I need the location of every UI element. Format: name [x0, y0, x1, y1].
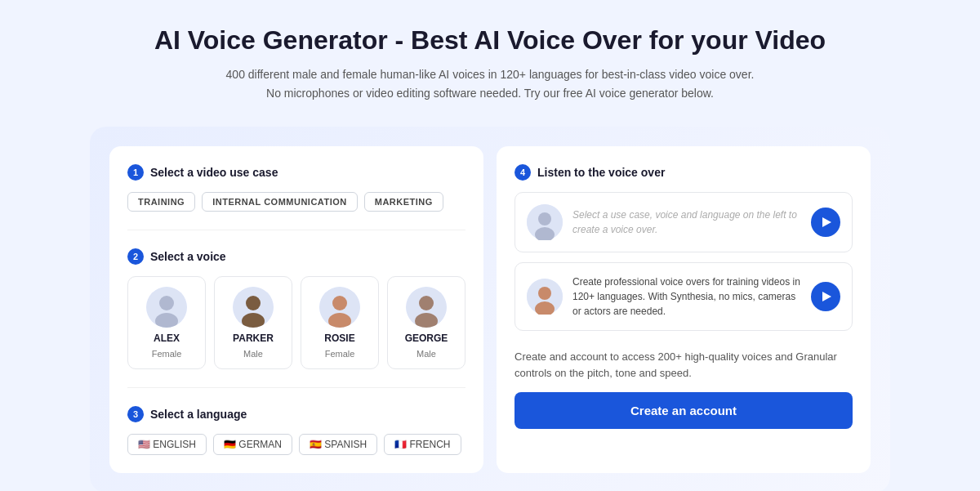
language-tags: 🇺🇸 ENGLISH 🇩🇪 GERMAN 🇪🇸 SPANISH 🇫🇷 FRENC…	[127, 434, 466, 455]
step3-header: 3 Select a language	[127, 406, 466, 422]
step3-title: Select a language	[150, 408, 247, 421]
svg-point-7	[332, 296, 347, 310]
alex-gender: Female	[152, 349, 182, 359]
svg-point-10	[419, 296, 434, 310]
step1-title: Select a video use case	[150, 166, 278, 179]
george-avatar	[406, 287, 447, 328]
parker-name: PARKER	[233, 333, 274, 344]
page-title: AI Voice Generator - Best AI Voice Over …	[154, 25, 826, 56]
voice-george[interactable]: GEORGE Male	[387, 276, 466, 369]
svg-point-4	[246, 296, 261, 310]
step1-section: 1 Select a video use case TRAINING INTER…	[127, 164, 466, 212]
voice-alex[interactable]: ALEX Female	[127, 276, 206, 369]
tag-internal[interactable]: INTERNAL COMMUNICATION	[202, 192, 358, 212]
step1-number: 1	[127, 164, 144, 181]
use-case-tags: TRAINING INTERNAL COMMUNICATION MARKETIN…	[127, 192, 466, 212]
tag-marketing[interactable]: MARKETING	[364, 192, 443, 212]
left-panel: 1 Select a video use case TRAINING INTER…	[109, 146, 483, 473]
alex-name: ALEX	[154, 333, 180, 344]
play-button-2[interactable]	[811, 282, 840, 311]
lang-french[interactable]: 🇫🇷 FRENCH	[384, 434, 461, 455]
svg-point-1	[159, 296, 174, 310]
step4-section: 4 Listen to the voice over Select a use …	[514, 164, 853, 331]
svg-point-13	[538, 212, 551, 225]
demo-container: 1 Select a video use case TRAINING INTER…	[90, 127, 890, 491]
page-subtitle: 400 different male and female human-like…	[226, 65, 755, 102]
listen-card-2: Create professional voice overs for trai…	[514, 262, 853, 331]
step1-header: 1 Select a video use case	[127, 164, 466, 181]
listen-card2-text: Create professional voice overs for trai…	[572, 275, 801, 319]
rosie-avatar	[319, 287, 360, 328]
alex-avatar	[146, 287, 187, 328]
voice-parker[interactable]: PARKER Male	[214, 276, 292, 369]
listen-card-1: Select a use case, voice and language on…	[514, 192, 853, 252]
step4-title: Listen to the voice over	[537, 166, 665, 179]
lang-english[interactable]: 🇺🇸 ENGLISH	[127, 434, 207, 455]
create-account-button[interactable]: Create an account	[514, 392, 853, 429]
svg-point-16	[538, 287, 551, 300]
step2-title: Select a voice	[150, 250, 226, 263]
george-name: GEORGE	[405, 333, 448, 344]
step3-number: 3	[127, 406, 144, 422]
voices-grid: ALEX Female PARKER Male ROSIE Female	[127, 276, 466, 369]
step2-header: 2 Select a voice	[127, 248, 466, 265]
step2-number: 2	[127, 248, 144, 265]
listen-placeholder-text: Select a use case, voice and language on…	[572, 208, 801, 237]
step4-number: 4	[514, 164, 531, 181]
listen-avatar-1	[527, 204, 563, 240]
play-icon-2	[822, 292, 831, 301]
rosie-gender: Female	[325, 349, 355, 359]
parker-avatar	[233, 287, 274, 328]
step2-section: 2 Select a voice ALEX Female PARKER Male	[127, 248, 466, 369]
parker-gender: Male	[243, 349, 263, 359]
voice-rosie[interactable]: ROSIE Female	[301, 276, 379, 369]
step3-section: 3 Select a language 🇺🇸 ENGLISH 🇩🇪 GERMAN…	[127, 406, 466, 455]
lang-german[interactable]: 🇩🇪 GERMAN	[213, 434, 292, 455]
step4-header: 4 Listen to the voice over	[514, 164, 853, 181]
listen-avatar-2	[527, 279, 563, 315]
tag-training[interactable]: TRAINING	[127, 192, 195, 212]
right-panel: 4 Listen to the voice over Select a use …	[497, 146, 871, 473]
george-gender: Male	[416, 349, 436, 359]
lang-spanish[interactable]: 🇪🇸 SPANISH	[299, 434, 377, 455]
play-button-1[interactable]	[811, 208, 840, 237]
play-icon-1	[822, 217, 831, 227]
rosie-name: ROSIE	[324, 333, 354, 344]
cta-description: Create and account to access 200+ high-q…	[514, 349, 853, 381]
